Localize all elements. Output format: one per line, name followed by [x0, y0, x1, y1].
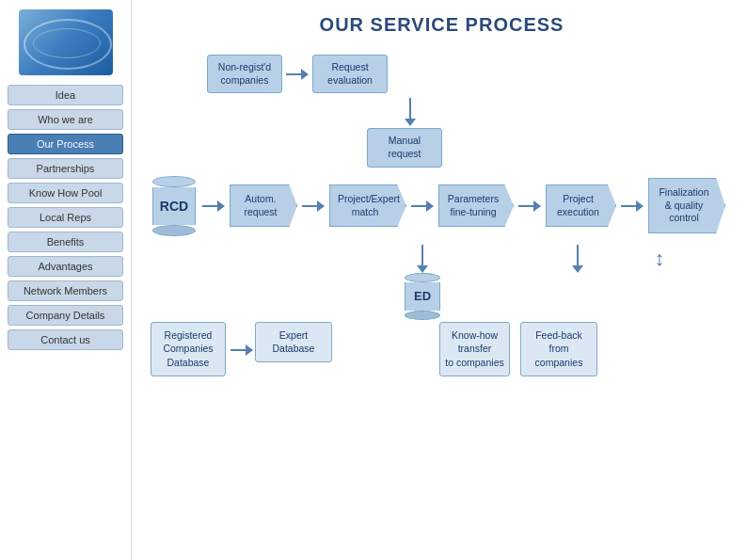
row-manual: Manual request — [367, 128, 733, 167]
arrow-down-manual — [403, 98, 418, 126]
cylinder-top — [152, 176, 196, 187]
knowhow-box: Know-how transfer to companies — [439, 322, 510, 376]
row-top: Non-regist'd companies Request evaluatio… — [207, 55, 733, 93]
arrow-params-exec — [518, 200, 541, 213]
parameters-box: Parameters fine-tuning — [438, 184, 514, 227]
request-eval-box: Request evaluation — [312, 55, 388, 93]
project-exec-box: Project execution — [546, 184, 616, 227]
arrow-rcd-autom — [202, 200, 225, 213]
globe-logo — [19, 9, 113, 75]
ed-cyl-bottom — [405, 311, 440, 320]
sidebar-nav: Idea Who we are Our Process Partnerships… — [0, 85, 131, 350]
sidebar-item-contact-us[interactable]: Contact us — [8, 329, 123, 350]
arrow-updown-final — [652, 248, 667, 282]
manual-request-box: Manual request — [367, 128, 442, 167]
sidebar-item-idea[interactable]: Idea — [8, 85, 123, 105]
arrow-down-ed — [415, 245, 430, 273]
project-expert-box: Project/Expert match — [329, 184, 406, 227]
expert-db-box: Expert Database — [255, 322, 332, 362]
registered-companies-box: Registered Companies Database — [151, 322, 226, 376]
page-title: OUR SERVICE PROCESS — [151, 14, 733, 36]
autom-request-box: Autom. request — [230, 184, 297, 227]
non-registered-box: Non-regist'd companies — [207, 55, 282, 93]
cylinder-body: RCD — [152, 187, 196, 225]
sidebar-item-company-details[interactable]: Company Details — [8, 305, 123, 326]
sidebar-item-who-we-are[interactable]: Who we are — [8, 109, 123, 130]
feedback-box: Feed-back from companies — [520, 322, 597, 376]
ed-cyl-body: ED — [405, 282, 440, 311]
arrow-top — [286, 68, 309, 81]
arrow-autom-project — [302, 200, 325, 213]
arrow-down-exec — [570, 245, 585, 273]
sidebar-item-advantages[interactable]: Advantages — [8, 256, 123, 277]
sidebar-item-local-reps[interactable]: Local Reps — [8, 207, 123, 228]
sidebar-item-our-process[interactable]: Our Process — [8, 134, 123, 154]
sidebar-item-partnerships[interactable]: Partnerships — [8, 158, 123, 179]
main-content: OUR SERVICE PROCESS Non-regist'd compani… — [132, 0, 747, 560]
sidebar-item-benefits[interactable]: Benefits — [8, 232, 123, 252]
ed-cylinder: ED — [403, 273, 442, 320]
sidebar-item-know-how-pool[interactable]: Know How Pool — [8, 183, 123, 203]
arrow-project-params — [411, 200, 434, 213]
cylinder-bottom — [152, 225, 196, 236]
finalization-box: Finalization & quality control — [648, 178, 725, 233]
sidebar-item-network-members[interactable]: Network Members — [8, 280, 123, 301]
rcd-cylinder: RCD — [151, 176, 198, 236]
arrow-reg-expert — [230, 344, 253, 357]
process-diagram: Non-regist'd companies Request evaluatio… — [151, 55, 733, 551]
ed-cyl-top — [405, 273, 440, 282]
row-main: RCD Autom. request Project/Expert match … — [151, 176, 733, 236]
sidebar: Idea Who we are Our Process Partnerships… — [0, 0, 132, 560]
arrow-exec-final — [621, 200, 644, 213]
